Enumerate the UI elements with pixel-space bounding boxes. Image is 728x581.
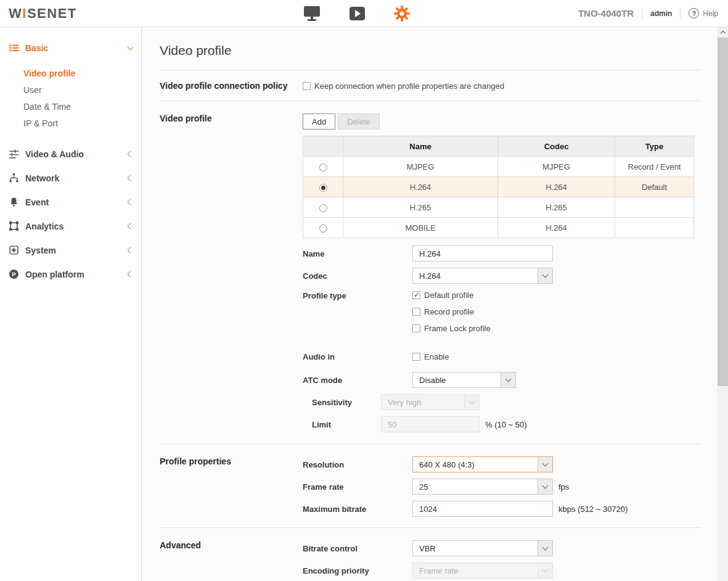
audio-in-enable-checkbox[interactable]: Enable xyxy=(412,352,449,361)
encoding-priority-select-disabled: Frame rate xyxy=(412,562,553,579)
table-buttons: Add Delete xyxy=(303,113,700,130)
settings-gear-icon[interactable] xyxy=(393,4,411,23)
cell-name: MJPEG xyxy=(343,157,498,177)
sidebar-item-video-audio-label: Video & Audio xyxy=(25,149,128,159)
delete-button: Delete xyxy=(338,113,380,130)
row-radio[interactable] xyxy=(319,163,327,171)
resolution-select[interactable]: 640 X 480 (4:3) xyxy=(412,456,553,472)
atc-mode-select[interactable]: Disable xyxy=(412,372,516,388)
cell-codec: H.264 xyxy=(498,218,615,238)
frame-lock-profile-checkbox[interactable]: Frame Lock profile xyxy=(412,324,491,333)
sidebar-item-ip-port[interactable]: IP & Port xyxy=(0,115,141,132)
device-model: TNO-4040TR xyxy=(578,8,634,19)
limit-range-suffix: % (10 ~ 50) xyxy=(485,420,527,429)
resolution-select-value: 640 X 480 (4:3) xyxy=(413,460,538,469)
advanced-label: Advanced xyxy=(160,540,303,581)
table-row[interactable]: MOBILE H.264 xyxy=(303,218,694,238)
frame-rate-label: Frame rate xyxy=(303,482,412,492)
dropdown-arrow-icon[interactable] xyxy=(538,479,552,494)
table-row-selected[interactable]: H.264 H.264 Default xyxy=(303,177,694,197)
table-header-row: Name Codec Type xyxy=(303,136,694,157)
sidebar-item-user[interactable]: User xyxy=(0,82,141,99)
bitrate-control-label: Bitrate control xyxy=(303,544,412,553)
topbar-right: TNO-4040TR admin ? Help xyxy=(578,0,718,27)
wisenet-logo: WISENET xyxy=(9,6,77,22)
sidebar-item-system-label: System xyxy=(25,245,128,255)
frame-rate-select[interactable]: 25 xyxy=(412,479,553,495)
help-button[interactable]: ? Help xyxy=(689,8,718,19)
sidebar: Basic Video profile User Date & Time IP … xyxy=(0,27,142,581)
separator xyxy=(680,8,681,19)
cell-type xyxy=(615,218,694,238)
frame-rate-row: Frame rate 25 fps xyxy=(303,479,700,495)
row-radio[interactable] xyxy=(319,204,327,212)
cell-name: MOBILE xyxy=(343,218,498,238)
playback-icon[interactable] xyxy=(348,4,366,23)
codec-field-label: Codec xyxy=(303,271,412,281)
table-row[interactable]: H.265 H.265 xyxy=(303,197,694,218)
checkbox-icon[interactable] xyxy=(412,353,420,361)
cell-name: H.264 xyxy=(343,177,498,197)
sidebar-item-analytics[interactable]: Analytics xyxy=(0,214,141,238)
sidebar-item-network[interactable]: Network xyxy=(0,166,141,190)
name-input[interactable] xyxy=(412,245,553,262)
sidebar-item-network-label: Network xyxy=(25,173,128,183)
row-radio[interactable] xyxy=(319,225,327,233)
sliders-icon xyxy=(9,149,19,159)
dropdown-arrow-icon[interactable] xyxy=(538,457,552,472)
live-monitor-icon[interactable] xyxy=(303,4,321,23)
resolution-row: Resolution 640 X 480 (4:3) xyxy=(303,456,700,472)
checkbox-icon[interactable] xyxy=(412,308,420,316)
chevron-down-icon xyxy=(128,44,134,50)
network-icon xyxy=(9,173,19,183)
codec-select[interactable]: H.264 xyxy=(412,268,553,284)
sidebar-item-basic[interactable]: Basic xyxy=(9,43,133,53)
audio-in-label: Audio in xyxy=(303,352,412,361)
profile-type-label: Profile type xyxy=(303,290,412,300)
sidebar-item-event-label: Event xyxy=(25,197,128,207)
open-platform-icon: P xyxy=(9,269,19,279)
dropdown-arrow-icon[interactable] xyxy=(501,373,515,387)
help-label: Help xyxy=(703,9,718,18)
audio-in-row: Audio in Enable xyxy=(303,352,700,362)
sidebar-item-event[interactable]: Event xyxy=(0,190,141,214)
dropdown-arrow-icon[interactable] xyxy=(538,541,552,556)
cell-type: Default xyxy=(615,177,694,197)
system-box-icon xyxy=(9,245,19,255)
add-button[interactable]: Add xyxy=(303,113,335,130)
checkbox-icon[interactable] xyxy=(412,324,420,332)
checkbox-checked-icon[interactable] xyxy=(412,291,420,299)
vertical-scrollbar[interactable] xyxy=(718,27,728,581)
sidebar-item-video-profile[interactable]: Video profile xyxy=(0,65,141,82)
logo-text-prefix: W xyxy=(9,6,22,21)
checkbox-icon[interactable] xyxy=(303,82,311,90)
sidebar-item-system[interactable]: System xyxy=(0,238,141,262)
sensitivity-select-value: Very high xyxy=(382,398,464,407)
keep-connection-checkbox[interactable]: Keep connection when profile properties … xyxy=(303,81,700,91)
chevron-left-icon xyxy=(128,223,134,229)
sidebar-item-date-time[interactable]: Date & Time xyxy=(0,99,141,115)
max-bitrate-row: Maximum bitrate kbps (512 ~ 30720) xyxy=(303,501,700,517)
table-row[interactable]: MJPEG MJPEG Record / Event xyxy=(303,157,694,177)
bitrate-control-select[interactable]: VBR xyxy=(412,540,553,556)
default-profile-checkbox[interactable]: Default profile xyxy=(412,290,473,300)
profile-properties-section: Profile properties Resolution 640 X 480 … xyxy=(160,444,700,527)
scrollbar-up-arrow[interactable] xyxy=(718,27,728,38)
advanced-section: Advanced Bitrate control VBR Encoding pr… xyxy=(160,528,700,581)
type-column-header: Type xyxy=(615,136,694,157)
scrollbar-thumb[interactable] xyxy=(718,38,728,386)
sidebar-item-open-platform[interactable]: P Open platform xyxy=(0,262,141,286)
sidebar-item-video-audio[interactable]: Video & Audio xyxy=(0,142,141,166)
dropdown-arrow-icon[interactable] xyxy=(538,268,552,283)
cell-codec: H.264 xyxy=(498,177,615,197)
bitrate-control-select-value: VBR xyxy=(413,544,538,553)
profile-properties-label: Profile properties xyxy=(160,456,303,517)
row-radio-selected[interactable] xyxy=(319,184,327,192)
page-title: Video profile xyxy=(160,27,700,59)
max-bitrate-input[interactable] xyxy=(412,501,553,517)
frame-rate-select-value: 25 xyxy=(413,482,538,492)
record-profile-checkbox[interactable]: Record profile xyxy=(412,307,474,316)
sidebar-item-open-platform-label: Open platform xyxy=(25,270,128,279)
limit-label: Limit xyxy=(312,420,381,429)
sensitivity-select-disabled: Very high xyxy=(381,394,480,410)
